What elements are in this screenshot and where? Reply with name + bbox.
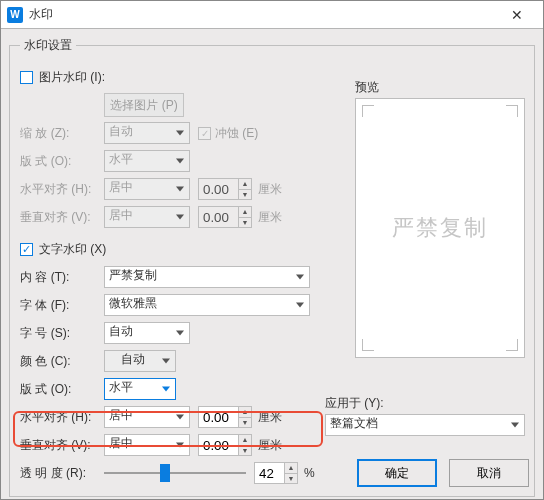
ok-button[interactable]: 确定: [357, 459, 437, 487]
color-label: 颜 色 (C):: [20, 353, 104, 370]
opacity-label: 透 明 度 (R):: [20, 465, 104, 482]
img-layout-label: 版 式 (O):: [20, 153, 104, 170]
img-valign-select: 居中: [104, 206, 190, 228]
size-label: 字 号 (S):: [20, 325, 104, 342]
preview-page: 严禁复制: [355, 98, 525, 358]
txt-halign-label: 水平对齐 (H):: [20, 409, 104, 426]
close-button[interactable]: ✕: [497, 7, 537, 23]
img-halign-spin: ▲▼: [198, 178, 252, 200]
text-watermark-checkbox[interactable]: [20, 243, 33, 256]
text-watermark-label: 文字水印 (X): [39, 241, 106, 258]
size-select[interactable]: 自动: [104, 322, 190, 344]
color-select[interactable]: 自动: [104, 350, 176, 372]
img-valign-label: 垂直对齐 (V):: [20, 209, 104, 226]
zoom-select: 自动: [104, 122, 190, 144]
txt-halign-select[interactable]: 居中: [104, 406, 190, 428]
window-title: 水印: [29, 6, 53, 23]
titlebar: W 水印 ✕: [1, 1, 543, 29]
img-valign-spin: ▲▼: [198, 206, 252, 228]
content-label: 内 容 (T):: [20, 269, 104, 286]
percent-unit: %: [304, 466, 315, 480]
preview-panel: 预览 严禁复制: [355, 79, 525, 358]
opacity-slider[interactable]: [104, 462, 246, 484]
group-legend: 水印设置: [20, 37, 76, 54]
image-watermark-label: 图片水印 (I):: [39, 69, 105, 86]
unit-cm: 厘米: [258, 181, 282, 198]
content-select[interactable]: 严禁复制: [104, 266, 310, 288]
image-watermark-checkbox[interactable]: [20, 71, 33, 84]
select-file-button[interactable]: 选择图片 (P): [104, 93, 184, 117]
apply-to-label: 应用于 (Y):: [325, 395, 525, 412]
txt-halign-spin[interactable]: ▲▼: [198, 406, 252, 428]
zoom-label: 缩 放 (Z):: [20, 125, 104, 142]
washout-checkbox: [198, 127, 211, 140]
img-layout-select: 水平: [104, 150, 190, 172]
preview-label: 预览: [355, 79, 525, 96]
txt-layout-label: 版 式 (O):: [20, 381, 104, 398]
txt-valign-select[interactable]: 居中: [104, 434, 190, 456]
img-halign-label: 水平对齐 (H):: [20, 181, 104, 198]
img-halign-select: 居中: [104, 178, 190, 200]
washout-label: 冲蚀 (E): [215, 125, 258, 142]
preview-watermark-text: 严禁复制: [392, 213, 488, 243]
opacity-spin[interactable]: ▲▼: [254, 462, 298, 484]
font-label: 字 体 (F):: [20, 297, 104, 314]
txt-layout-select[interactable]: 水平: [104, 378, 176, 400]
txt-valign-spin[interactable]: ▲▼: [198, 434, 252, 456]
apply-to-row: 应用于 (Y): 整篇文档: [325, 395, 525, 436]
cancel-button[interactable]: 取消: [449, 459, 529, 487]
app-logo: W: [7, 7, 23, 23]
apply-to-select[interactable]: 整篇文档: [325, 414, 525, 436]
txt-valign-label: 垂直对齐 (V):: [20, 437, 104, 454]
font-select[interactable]: 微软雅黑: [104, 294, 310, 316]
